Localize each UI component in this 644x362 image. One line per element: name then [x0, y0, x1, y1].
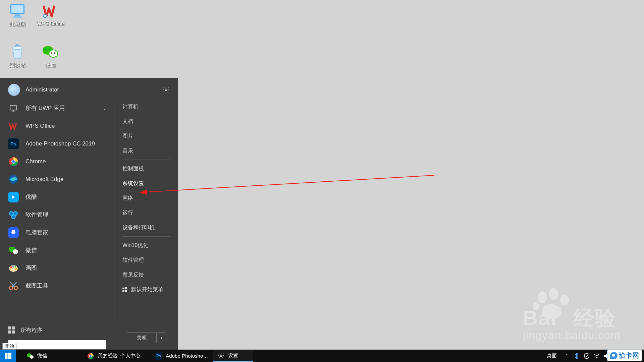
app-label: 电脑管家 — [25, 229, 48, 236]
desktop-icon-recycle-bin[interactable]: 回收站 — [1, 44, 34, 69]
shutdown-group: 关机 › — [127, 333, 166, 343]
svg-point-9 — [49, 49, 50, 50]
taskbar-app-label: 设置 — [228, 352, 238, 359]
link-run[interactable]: 运行 — [122, 205, 170, 220]
youku-icon — [8, 192, 19, 202]
bluetooth-icon[interactable] — [573, 352, 580, 360]
svg-point-57 — [549, 288, 558, 300]
link-win10-optimize[interactable]: Win10优化 — [122, 238, 170, 253]
edge-icon — [8, 174, 19, 185]
svg-rect-42 — [5, 353, 8, 356]
app-pc-manager[interactable]: 电脑管家 — [8, 224, 114, 241]
taskbar-app-label: 我的经验_个人中心… — [98, 353, 146, 359]
settings-gear-icon[interactable] — [162, 86, 170, 94]
chevron-down-icon: ⌄ — [103, 106, 107, 111]
svg-rect-13 — [10, 106, 17, 110]
app-software-manager[interactable]: 软件管理 — [8, 206, 114, 224]
photoshop-icon: Ps — [155, 352, 162, 360]
divider — [19, 352, 19, 360]
corner-site-logo: 恰卡网 — [607, 350, 642, 361]
link-control-panel[interactable]: 控制面板 — [122, 161, 170, 176]
svg-point-8 — [45, 49, 47, 50]
security-shield-icon[interactable] — [583, 352, 590, 360]
divider — [122, 236, 170, 237]
app-wechat[interactable]: 微信 — [8, 241, 114, 259]
desktop-icon-label: 回收站 — [1, 62, 34, 69]
app-photoshop[interactable]: Ps Adobe Photoshop CC 2019 — [8, 135, 114, 153]
svg-rect-43 — [8, 353, 11, 356]
wifi-icon[interactable] — [593, 352, 600, 360]
svg-rect-2 — [15, 14, 20, 16]
svg-point-58 — [560, 295, 569, 305]
all-uwp-apps[interactable]: 所有 UWP 应用 ⌄ — [8, 99, 114, 117]
svg-point-16 — [12, 160, 15, 163]
paint-icon — [8, 263, 19, 274]
desktop-icon-label: 此电脑 — [1, 21, 34, 28]
app-label: WPS Office — [25, 123, 55, 129]
start-apps-column: 所有 UWP 应用 ⌄ WPS Office Ps Adobe Photosho… — [0, 99, 114, 324]
app-edge[interactable]: Microsoft Edge — [8, 170, 114, 188]
divider — [122, 160, 170, 160]
tray-chevron-up-icon[interactable]: ˄ — [563, 352, 570, 360]
taskbar-app-wechat[interactable]: 微信 — [22, 350, 82, 362]
link-computer[interactable]: 计算机 — [122, 99, 170, 114]
link-system-settings[interactable]: 系统设置 — [122, 176, 170, 191]
paw-icon — [533, 287, 570, 321]
gear-icon — [217, 352, 225, 359]
user-avatar[interactable] — [8, 84, 20, 96]
svg-rect-1 — [11, 5, 23, 13]
all-programs-label: 所有程序 — [21, 327, 42, 334]
app-paint[interactable]: 画图 — [8, 259, 114, 277]
chrome-icon — [8, 156, 19, 167]
svg-rect-3 — [13, 16, 22, 18]
watermark: Bai经验 jingyan.baidu.com — [523, 304, 621, 342]
shutdown-options-button[interactable]: › — [156, 333, 166, 343]
link-documents[interactable]: 文档 — [122, 114, 170, 129]
app-chrome[interactable]: Chrome — [8, 153, 114, 170]
link-devices-printers[interactable]: 设备和打印机 — [122, 220, 170, 235]
link-pictures[interactable]: 图片 — [122, 129, 170, 143]
svg-rect-36 — [122, 288, 124, 289]
app-wps-office[interactable]: WPS Office — [8, 117, 114, 135]
svg-point-31 — [15, 266, 16, 267]
svg-point-51 — [220, 355, 222, 356]
app-snipping-tool[interactable]: 截图工具 — [8, 277, 114, 295]
svg-rect-39 — [125, 290, 127, 292]
app-label: 优酷 — [25, 193, 37, 201]
link-software-mgmt[interactable]: 软件管理 — [122, 253, 170, 267]
app-label: 微信 — [25, 246, 37, 254]
svg-point-33 — [12, 268, 14, 270]
taskbar: 微信 我的经验_个人中心… Ps Adobe Photosho… 设置 桌面 ˄… — [0, 350, 644, 362]
wechat-icon — [42, 44, 59, 60]
svg-point-12 — [165, 89, 167, 91]
taskbar-app-photoshop[interactable]: Ps Adobe Photosho… — [150, 350, 213, 362]
taskbar-app-chrome[interactable]: 我的经验_个人中心… — [82, 350, 150, 362]
svg-point-52 — [596, 357, 597, 358]
svg-rect-38 — [122, 290, 124, 292]
wechat-icon — [26, 352, 34, 360]
username[interactable]: Administrator — [25, 86, 162, 93]
link-music[interactable]: 音乐 — [122, 143, 170, 158]
start-menu: Administrator 所有 UWP 应用 ⌄ WPS Office Ps … — [0, 78, 178, 350]
start-tooltip: 开始 — [2, 343, 16, 350]
svg-point-50 — [90, 355, 92, 357]
desktop-icon-wechat[interactable]: 微信 — [34, 44, 67, 69]
app-label: 画图 — [25, 264, 37, 272]
start-search-input[interactable] — [8, 340, 106, 350]
link-default-start-menu[interactable]: 默认开始菜单 — [122, 282, 170, 297]
app-label: Chrome — [25, 158, 46, 165]
snipping-tool-icon — [8, 281, 19, 291]
taskbar-app-settings[interactable]: 设置 — [213, 350, 253, 362]
show-desktop-label[interactable]: 桌面 — [547, 353, 557, 359]
desktop-icon-this-pc[interactable]: 此电脑 — [1, 3, 34, 28]
pc-icon — [9, 3, 26, 19]
app-label: 所有 UWP 应用 — [25, 104, 65, 112]
svg-line-40 — [146, 175, 434, 192]
app-youku[interactable]: 优酷 — [8, 188, 114, 206]
link-feedback[interactable]: 意见反馈 — [122, 267, 170, 282]
start-button[interactable] — [0, 350, 16, 362]
desktop-icon-wps[interactable]: WPS Office — [34, 3, 67, 27]
shutdown-button[interactable]: 关机 — [127, 333, 156, 343]
svg-point-21 — [10, 212, 13, 215]
link-network[interactable]: 网络 — [122, 191, 170, 205]
